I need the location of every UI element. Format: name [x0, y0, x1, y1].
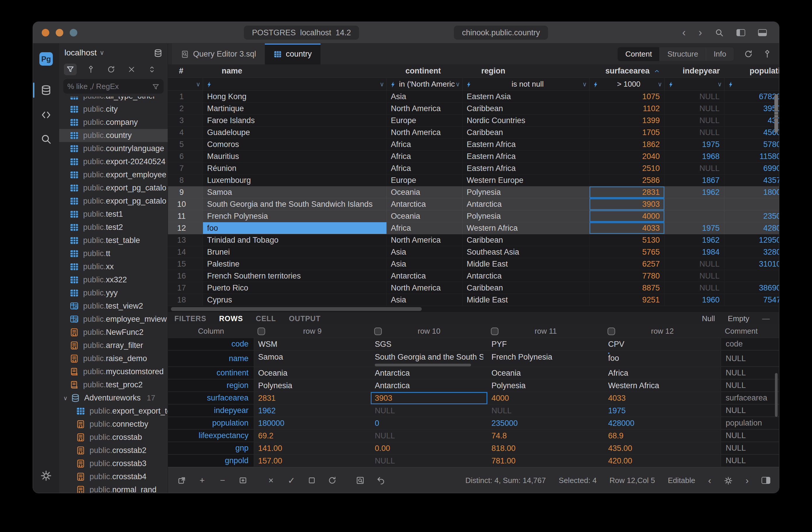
tree-item-adventureworks[interactable]: ∨Adventureworks17 — [59, 391, 168, 404]
field-value-row9[interactable]: 2831 — [254, 392, 371, 404]
tree-item-public-country[interactable]: public.country — [59, 129, 168, 142]
cell-continent[interactable]: Africa — [387, 150, 463, 162]
field-label[interactable]: gnp — [168, 442, 254, 455]
cell-num[interactable]: 2 — [168, 103, 203, 114]
row-checkbox[interactable] — [258, 328, 265, 335]
cell-region[interactable]: Eastern Africa — [463, 150, 590, 162]
cell-surfacearea[interactable]: 1075 — [590, 91, 665, 102]
filter-cell-num[interactable]: ∨ — [168, 78, 203, 90]
panel-vertical-scrollbar[interactable] — [775, 373, 778, 417]
field-value-row9[interactable]: Polynesia — [254, 379, 371, 392]
cell-surfacearea[interactable]: 7780 — [590, 270, 665, 282]
minimize-button[interactable] — [56, 29, 63, 37]
pin-tool-icon[interactable] — [84, 63, 97, 75]
tree-item-public-normal-rand[interactable]: public.normal_rand — [59, 483, 168, 493]
filter-cell-continent[interactable]: in ('North Americ∨ — [387, 78, 463, 90]
table-row[interactable]: 1Hong KongAsiaEastern Asia1075NULL678200… — [168, 91, 779, 103]
row-checkbox[interactable] — [608, 328, 615, 335]
tree-item-public-export-pg-catalo[interactable]: public.export_pg_catalo — [59, 182, 168, 195]
field-value-row10[interactable]: SGS — [371, 338, 488, 350]
cell-population[interactable]: 0 — [725, 198, 779, 210]
field-value-row12[interactable]: 1975 — [604, 404, 721, 417]
tree-item-public-crosstab2[interactable]: public.crosstab2 — [59, 444, 168, 457]
field-value-row11[interactable]: 4000 — [488, 392, 604, 404]
field-value-row12[interactable]: foo — [604, 350, 721, 366]
cell-population[interactable]: 235000 — [725, 210, 779, 222]
table-row[interactable]: 12fooAfricaWestern Africa40331975428000 — [168, 222, 779, 234]
cell-indepyear[interactable]: NULL — [665, 282, 725, 294]
panel-tab-cell[interactable]: CELL — [256, 314, 276, 323]
add-row-icon[interactable]: + — [197, 475, 207, 485]
table-row[interactable]: 13Trinidad and TobagoNorth AmericaCaribb… — [168, 234, 779, 246]
field-value-row10[interactable]: 3903 — [371, 392, 488, 404]
cell-continent[interactable]: Europe — [387, 115, 463, 126]
field-value-row12[interactable]: Western Africa — [604, 379, 721, 392]
cell-num[interactable]: 1 — [168, 91, 203, 102]
tree-item-public-xx[interactable]: public.xx — [59, 260, 168, 273]
cell-population[interactable]: 578000 — [725, 139, 779, 150]
cell-indepyear[interactable]: NULL — [665, 91, 725, 102]
field-value-row9[interactable]: WSM — [254, 338, 371, 350]
cell-continent[interactable]: North America — [387, 234, 463, 246]
cell-num[interactable]: 8 — [168, 174, 203, 186]
cell-region[interactable]: Caribbean — [463, 234, 590, 246]
tree-item-public-test-table[interactable]: public.test_table — [59, 234, 168, 247]
toggle-sidebar-icon[interactable] — [737, 29, 745, 36]
tree-item-public-all-type-other[interactable]: public.all_type_other — [59, 97, 168, 103]
table-row[interactable]: 3Faroe IslandsEuropeNordic Countries1399… — [168, 115, 779, 127]
cell-name[interactable]: Samoa — [203, 186, 387, 198]
tree-item-public-test2[interactable]: public.test2 — [59, 221, 168, 234]
cell-indepyear[interactable]: 1962 — [665, 186, 725, 198]
table-row[interactable]: 6MauritiusAfricaEastern Africa2040196811… — [168, 150, 779, 162]
cell-name[interactable]: French Polynesia — [203, 210, 387, 222]
panel-action-null[interactable]: Null — [702, 314, 715, 323]
refresh-table-icon[interactable] — [744, 49, 753, 58]
filter-tool-icon[interactable] — [64, 63, 77, 75]
cell-region[interactable]: Caribbean — [463, 103, 590, 114]
cell-indepyear[interactable]: NULL — [665, 127, 725, 138]
cell-indepyear[interactable]: NULL — [665, 258, 725, 270]
field-value-row9[interactable]: 69.2 — [254, 430, 371, 442]
cell-surfacearea[interactable]: 5765 — [590, 246, 665, 258]
cell-population[interactable]: 180000 — [725, 186, 779, 198]
field-label[interactable]: population — [168, 417, 254, 429]
column-header-surfacearea[interactable]: surfacearea — [590, 64, 665, 77]
settings-gear-icon[interactable] — [33, 470, 59, 481]
cell-name[interactable]: Luxembourg — [203, 174, 387, 186]
tree-item-public-crosstab3[interactable]: public.crosstab3 — [59, 457, 168, 470]
cell-region[interactable]: Nordic Countries — [463, 115, 590, 126]
connection-pill[interactable]: POSTGRES localhost 14.2 — [244, 26, 359, 40]
field-value-row12[interactable]: 68.9 — [604, 430, 721, 442]
field-value-row10[interactable]: 0 — [371, 417, 488, 429]
cell-indepyear[interactable] — [665, 210, 725, 222]
cell-name[interactable]: Hong Kong — [203, 91, 387, 102]
field-value-row9[interactable]: 157.00 — [254, 455, 371, 467]
cell-indepyear[interactable]: 1962 — [665, 234, 725, 246]
find-in-table-icon[interactable] — [355, 476, 365, 485]
field-label[interactable]: lifeexpectancy — [168, 430, 254, 442]
panel-action-empty[interactable]: Empty — [728, 314, 749, 323]
cell-population[interactable]: 6782000 — [725, 91, 779, 102]
cell-region[interactable]: Eastern Africa — [463, 139, 590, 150]
cell-name[interactable]: French Southern territories — [203, 270, 387, 282]
forward-icon[interactable]: › — [698, 27, 702, 39]
cell-continent[interactable]: Asia — [387, 246, 463, 258]
sidebar-tab-search-icon[interactable] — [33, 130, 59, 148]
zoom-button[interactable] — [70, 29, 77, 37]
cell-surfacearea[interactable]: 2040 — [590, 150, 665, 162]
cell-region[interactable]: Polynesia — [463, 210, 590, 222]
field-value-row11[interactable]: Oceania — [488, 367, 604, 379]
column-header-continent[interactable]: continent — [387, 64, 463, 77]
tree-item-public-test-view2[interactable]: public.test_view2 — [59, 300, 168, 313]
cell-surfacearea[interactable]: 2510 — [590, 162, 665, 174]
cell-surfacearea[interactable]: 1102 — [590, 103, 665, 114]
panel-tab-filters[interactable]: FILTERS — [174, 314, 206, 323]
field-value-row9[interactable]: Samoa — [254, 350, 371, 366]
cell-indepyear[interactable]: NULL — [665, 270, 725, 282]
tree-item-public-mycustomstored[interactable]: public.mycustomstored — [59, 365, 168, 378]
field-value-row10[interactable]: NULL — [371, 430, 488, 442]
cell-region[interactable]: Caribbean — [463, 282, 590, 294]
tree-item-public-countrylanguage[interactable]: public.countrylanguage — [59, 142, 168, 155]
horizontal-scrollbar[interactable] — [171, 307, 422, 311]
row-checkbox[interactable] — [491, 328, 498, 335]
